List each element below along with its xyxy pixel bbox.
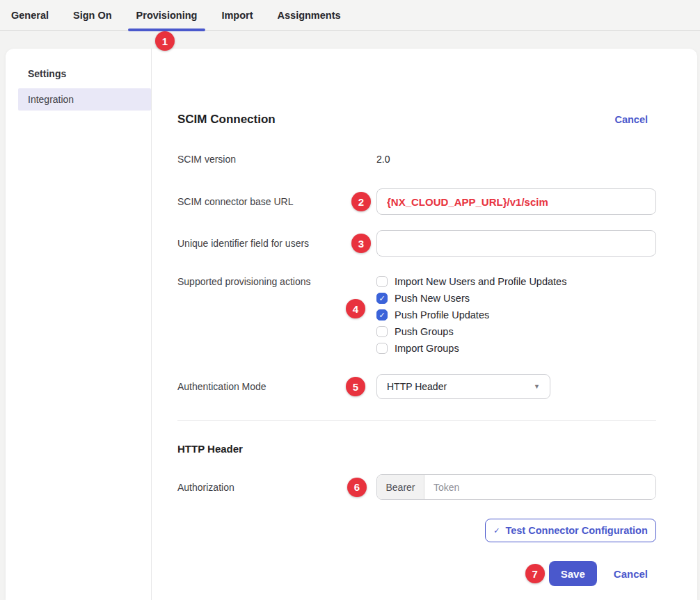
callout-badge-2: 2: [351, 192, 371, 211]
checkbox-push-profile-updates[interactable]: Push Profile Updates: [376, 307, 656, 323]
tab-general[interactable]: General: [11, 0, 49, 31]
cancel-link-top[interactable]: Cancel: [614, 114, 648, 125]
scim-version-row: SCIM version 2.0: [177, 153, 656, 165]
auth-mode-value: HTTP Header: [387, 381, 447, 392]
checkbox-icon: [376, 343, 388, 354]
chevron-down-icon: ▼: [534, 383, 540, 390]
tab-provisioning[interactable]: Provisioning: [136, 0, 198, 31]
base-url-input[interactable]: [376, 188, 656, 215]
callout-badge-6: 6: [347, 478, 367, 497]
tab-import[interactable]: Import: [221, 0, 253, 31]
callout-badge-3: 3: [351, 234, 371, 253]
tab-assignments[interactable]: Assignments: [278, 0, 341, 31]
unique-id-row: Unique identifier field for users 3: [177, 230, 656, 257]
auth-mode-select[interactable]: HTTP Header ▼: [376, 374, 550, 399]
checkbox-icon: [376, 309, 388, 321]
bearer-prefix: Bearer: [377, 475, 424, 499]
settings-sidebar: Settings Integration: [6, 49, 152, 600]
section-divider: [177, 420, 656, 421]
checkbox-label: Import New Users and Profile Updates: [395, 276, 566, 287]
tab-sign-on[interactable]: Sign On: [73, 0, 112, 31]
auth-mode-row: Authentication Mode 5 HTTP Header ▼: [177, 374, 656, 399]
base-url-row: SCIM connector base URL 2: [177, 188, 656, 215]
checkbox-label: Push Profile Updates: [395, 309, 489, 321]
test-connector-button[interactable]: ✓ Test Connector Configuration: [485, 519, 656, 542]
sidebar-heading: Settings: [28, 68, 151, 79]
app-tabbar: General Sign On Provisioning Import Assi…: [0, 0, 700, 31]
checkbox-icon: [376, 276, 388, 287]
callout-badge-1: 1: [155, 31, 175, 51]
sidebar-item-integration[interactable]: Integration: [18, 88, 151, 111]
checkbox-label: Push Groups: [395, 326, 454, 337]
check-icon: ✓: [493, 526, 500, 535]
provisioning-actions-label: Supported provisioning actions: [177, 273, 376, 290]
provisioning-card: Settings Integration SCIM Connection Can…: [6, 49, 697, 600]
cancel-link-bottom[interactable]: Cancel: [614, 568, 648, 580]
save-button[interactable]: Save: [549, 561, 597, 586]
token-input[interactable]: [424, 475, 655, 499]
base-url-label: SCIM connector base URL: [177, 196, 376, 207]
authorization-input-group: Bearer: [376, 474, 656, 500]
checkbox-icon: [376, 293, 388, 304]
checkbox-push-new-users[interactable]: Push New Users: [376, 290, 656, 307]
scim-version-label: SCIM version: [177, 154, 376, 165]
scim-connection-panel: SCIM Connection Cancel SCIM version 2.0 …: [152, 49, 697, 600]
http-header-heading: HTTP Header: [177, 443, 656, 455]
scim-version-value: 2.0: [376, 154, 390, 165]
callout-badge-7: 7: [525, 564, 545, 583]
test-connector-label: Test Connector Configuration: [505, 525, 647, 536]
checkbox-push-groups[interactable]: Push Groups: [376, 323, 656, 340]
checkbox-label: Import Groups: [395, 343, 459, 354]
page-title: SCIM Connection: [177, 113, 276, 127]
checkbox-import-groups[interactable]: Import Groups: [376, 340, 656, 357]
unique-id-label: Unique identifier field for users: [177, 238, 376, 249]
checkbox-label: Push New Users: [395, 293, 470, 304]
provisioning-actions-row: Supported provisioning actions 4 Import …: [177, 273, 656, 357]
unique-id-input[interactable]: [376, 230, 656, 257]
authorization-row: Authorization 6 Bearer: [177, 474, 656, 500]
checkbox-import-new-users[interactable]: Import New Users and Profile Updates: [376, 273, 656, 290]
callout-badge-5: 5: [346, 377, 365, 396]
callout-badge-4: 4: [346, 299, 365, 318]
checkbox-icon: [376, 326, 388, 337]
